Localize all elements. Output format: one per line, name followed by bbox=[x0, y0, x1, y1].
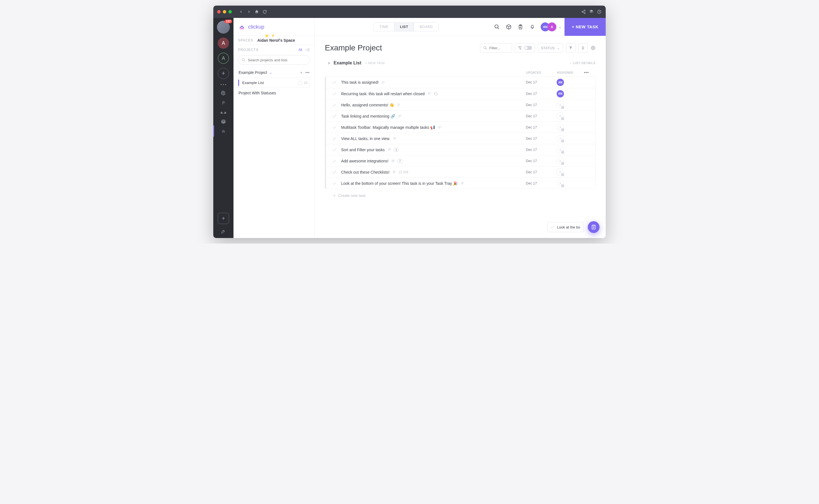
tray-task[interactable]: Look at the bo bbox=[547, 222, 584, 232]
workspace-a[interactable]: A bbox=[218, 38, 229, 49]
task-row[interactable]: This task is assigned!Dec 17AN bbox=[325, 77, 595, 88]
task-title: Multitask Toolbar: Magically manage mult… bbox=[341, 125, 435, 130]
plus-icon: + bbox=[333, 193, 336, 198]
bell-icon[interactable] bbox=[529, 24, 535, 30]
paypal-icon[interactable] bbox=[221, 100, 226, 105]
task-row[interactable]: Task linking and mentioning 🔗Dec 17 bbox=[325, 110, 595, 122]
status-filter[interactable]: STATUS ⌄ bbox=[538, 43, 563, 53]
window-minimize[interactable] bbox=[223, 10, 226, 13]
space-header[interactable]: SPACES Aidan Nerol's Space ⭐⚡ bbox=[234, 36, 315, 45]
view-list[interactable]: LIST bbox=[394, 23, 414, 31]
assignee-empty[interactable] bbox=[557, 124, 564, 131]
task-row[interactable]: Add awesome integrations!7Dec 17 bbox=[325, 155, 595, 166]
assignee-empty[interactable] bbox=[557, 135, 564, 142]
search-icon[interactable] bbox=[494, 24, 500, 30]
list-details-link[interactable]: ›LIST DETAILS bbox=[570, 61, 595, 65]
check-icon[interactable] bbox=[332, 125, 337, 130]
nav-forward-icon[interactable] bbox=[247, 9, 252, 14]
add-list-icon[interactable]: + bbox=[300, 70, 303, 75]
nav-back-icon[interactable] bbox=[239, 9, 244, 14]
view-time[interactable]: TIME bbox=[374, 23, 394, 31]
description-icon bbox=[393, 137, 397, 140]
chevron-right-icon[interactable]: › bbox=[328, 60, 330, 66]
clickup-icon[interactable] bbox=[221, 128, 226, 134]
task-row[interactable]: Check out these Checklists!0/8Dec 17 bbox=[325, 166, 595, 178]
toggle-switch[interactable] bbox=[524, 46, 532, 50]
funnel-filter-icon[interactable] bbox=[566, 43, 575, 53]
assignee-empty[interactable] bbox=[557, 157, 564, 165]
columns-icon[interactable] bbox=[578, 43, 588, 53]
check-icon[interactable] bbox=[332, 92, 337, 96]
avatar-stack[interactable]: AN A ⌄ bbox=[543, 22, 562, 31]
wave-icon[interactable] bbox=[221, 109, 226, 115]
task-updated: Dec 17 bbox=[526, 114, 557, 118]
projects-all-link[interactable]: All bbox=[299, 48, 302, 52]
box-icon[interactable] bbox=[221, 119, 226, 124]
share-icon[interactable] bbox=[581, 9, 586, 14]
columns-menu-icon[interactable]: ••• bbox=[582, 70, 589, 75]
add-workspace[interactable]: + bbox=[218, 68, 229, 79]
window-maximize[interactable] bbox=[229, 10, 232, 13]
check-icon[interactable] bbox=[332, 136, 337, 141]
assignee-chip[interactable]: AN bbox=[557, 79, 564, 86]
clipboard-icon[interactable] bbox=[518, 24, 523, 30]
chevron-down-icon[interactable]: ⌄ bbox=[558, 24, 562, 29]
check-icon[interactable] bbox=[332, 114, 337, 118]
spaces-label: SPACES bbox=[238, 38, 254, 42]
task-row[interactable]: Look at the bottom of your screen! This … bbox=[325, 178, 595, 189]
sidebar-item-example-list[interactable]: Example List 10 bbox=[238, 78, 310, 88]
subtask-toggle[interactable] bbox=[515, 43, 535, 53]
columns-header: UPDATED ASSIGNEE ••• bbox=[325, 68, 595, 76]
task-row[interactable]: View ALL tasks, in one view.Dec 17 bbox=[325, 133, 595, 144]
checklist-icon: 0/8 bbox=[399, 170, 408, 174]
pinterest-icon[interactable] bbox=[221, 90, 226, 96]
collapse-sidebar-icon[interactable] bbox=[306, 48, 310, 52]
chevron-down-icon[interactable]: ⌄ bbox=[269, 71, 272, 74]
check-icon[interactable] bbox=[332, 181, 337, 186]
view-board[interactable]: BOARD bbox=[414, 23, 438, 31]
new-task-inline[interactable]: + NEW TASK bbox=[365, 61, 385, 65]
window-close[interactable] bbox=[217, 10, 221, 13]
create-task-row[interactable]: + Create new task bbox=[325, 189, 595, 198]
task-updated: Dec 17 bbox=[526, 170, 557, 174]
project-example[interactable]: Example Project ⌄ + ••• bbox=[238, 67, 310, 78]
check-icon[interactable] bbox=[332, 170, 337, 174]
new-task-button[interactable]: + NEW TASK bbox=[564, 18, 606, 36]
cube-icon[interactable] bbox=[506, 24, 511, 30]
history-icon[interactable] bbox=[597, 9, 602, 14]
project-search-input[interactable] bbox=[248, 58, 306, 62]
check-icon[interactable] bbox=[332, 103, 337, 107]
check-icon[interactable] bbox=[332, 159, 337, 163]
add-app-icon[interactable]: + bbox=[218, 213, 229, 224]
gear-icon[interactable] bbox=[590, 45, 595, 50]
svg-point-45 bbox=[560, 126, 561, 127]
check-icon[interactable] bbox=[332, 80, 337, 85]
main: TIME LIST BOARD AN A ⌄ + NEW TASK bbox=[315, 18, 606, 238]
assignee-empty[interactable] bbox=[557, 113, 564, 120]
task-row[interactable]: Multitask Toolbar: Magically manage mult… bbox=[325, 122, 595, 133]
task-row[interactable]: Hello, assigned comments! 👋Dec 17 bbox=[325, 99, 595, 110]
settings-wrench-icon[interactable] bbox=[221, 228, 226, 234]
task-row[interactable]: Recurring task: this task will restart w… bbox=[325, 88, 595, 99]
refresh-icon[interactable] bbox=[262, 9, 267, 14]
assignee-empty[interactable] bbox=[557, 180, 564, 187]
check-icon[interactable] bbox=[332, 148, 337, 152]
filter-input[interactable] bbox=[480, 43, 512, 53]
workspace-b[interactable]: A bbox=[218, 53, 229, 64]
description-icon bbox=[438, 126, 441, 129]
filter-field[interactable] bbox=[489, 46, 509, 50]
assignee-empty[interactable] bbox=[557, 146, 564, 153]
notepad-fab[interactable] bbox=[588, 221, 599, 233]
project-menu-icon[interactable]: ••• bbox=[305, 70, 310, 75]
assignee-empty[interactable] bbox=[557, 101, 564, 109]
home-icon[interactable] bbox=[254, 9, 259, 14]
project-search[interactable] bbox=[238, 55, 310, 65]
assignee-chip[interactable]: AN bbox=[557, 90, 564, 97]
project-with-statuses[interactable]: Project With Statuses bbox=[238, 88, 310, 98]
layers-icon[interactable] bbox=[589, 9, 594, 14]
task-updated: Dec 17 bbox=[526, 159, 557, 163]
task-row[interactable]: Sort and Filter your tasks1Dec 17 bbox=[325, 144, 595, 155]
task-title: Recurring task: this task will restart w… bbox=[341, 92, 425, 96]
assignee-empty[interactable] bbox=[557, 169, 564, 176]
user-avatar[interactable]: 137 bbox=[217, 21, 230, 34]
